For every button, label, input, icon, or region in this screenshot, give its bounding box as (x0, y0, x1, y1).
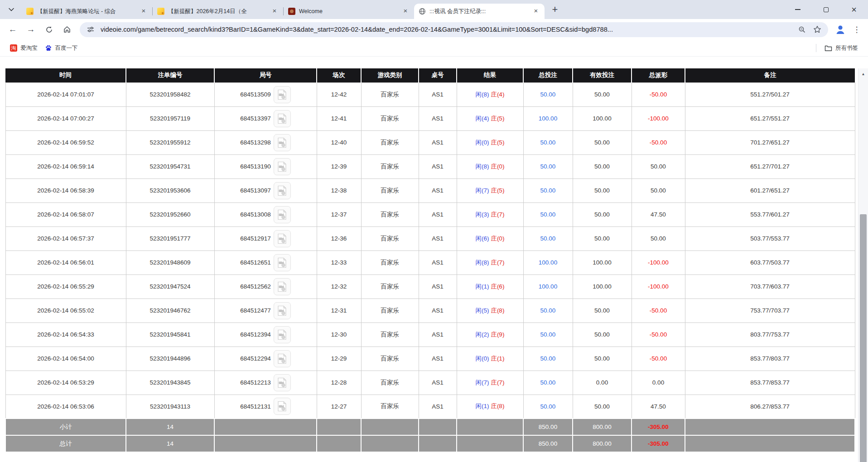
summary-remark (685, 419, 855, 435)
new-tab-button[interactable]: + (548, 3, 562, 16)
zoom-icon[interactable] (796, 24, 807, 35)
address-bar[interactable]: videoie.com/game/betrecord_search/kind3?… (80, 22, 828, 37)
cell-game-type: 百家乐 (361, 178, 419, 202)
cell-table-no: AS1 (419, 250, 457, 274)
url-text[interactable]: videoie.com/game/betrecord_search/kind3?… (101, 26, 792, 33)
all-bookmarks-button[interactable]: 所有书签 (821, 43, 862, 54)
video-replay-button[interactable] (274, 230, 291, 247)
cell-table-no: AS1 (419, 371, 457, 395)
cell-remark: 703.77/603.77 (685, 274, 855, 298)
video-replay-button[interactable] (274, 158, 291, 175)
total-bet-link[interactable]: 50.00 (540, 187, 556, 194)
kebab-menu-icon[interactable]: ⋮ (850, 22, 863, 37)
close-button[interactable]: × (840, 0, 868, 19)
result-banker: 庄(5) (491, 187, 504, 194)
total-bet-link[interactable]: 50.00 (540, 403, 556, 410)
summary-empty (214, 435, 317, 452)
tab-close-icon[interactable]: × (140, 7, 148, 15)
maximize-button[interactable] (812, 0, 840, 19)
tab-forum-2[interactable]: 【新提醒】2026年2月14日（全 × (153, 4, 283, 19)
profile-avatar[interactable] (833, 22, 848, 37)
video-replay-button[interactable] (274, 374, 291, 391)
cell-time: 2026-02-14 06:55:29 (5, 274, 126, 298)
total-bet-link[interactable]: 50.00 (540, 139, 556, 146)
scrollbar-up-arrow[interactable]: ▲ (858, 69, 868, 78)
total-bet-link[interactable]: 50.00 (540, 379, 556, 386)
video-replay-button[interactable] (274, 86, 291, 103)
total-bet-link[interactable]: 50.00 (540, 91, 556, 98)
cell-valid-bet: 50.00 (573, 130, 632, 154)
cell-table-no: AS1 (419, 395, 457, 419)
video-replay-button[interactable] (274, 326, 291, 343)
tab-forum-1[interactable]: 【新提醒】海燕策略论坛 - 综合 × (22, 4, 152, 19)
cell-session: 12-38 (317, 178, 361, 202)
header-session: 场次 (317, 68, 361, 82)
reload-button[interactable] (41, 21, 57, 38)
cell-time: 2026-02-14 06:56:01 (5, 250, 126, 274)
header-payout: 总派彩 (632, 68, 685, 82)
round-number: 684512651 (240, 259, 271, 266)
page-scrollbar[interactable]: ▲ ▼ (858, 68, 868, 462)
home-button[interactable] (59, 21, 75, 38)
total-bet-link[interactable]: 50.00 (540, 331, 556, 338)
cell-total-bet: 50.00 (523, 322, 573, 346)
total-bet-link[interactable]: 50.00 (540, 211, 556, 218)
page-content: 时间 注单编号 局号 场次 游戏类别 桌号 结果 总投注 有效投注 总派彩 备注… (0, 68, 868, 462)
bookmarks-bar: 淘 爱淘宝 百度一下 所有书签 (0, 40, 868, 57)
tab-welcome[interactable]: Welcome × (284, 4, 414, 19)
total-bet-link[interactable]: 100.00 (539, 283, 557, 290)
total-bet-link[interactable]: 100.00 (539, 259, 557, 266)
minimize-button[interactable] (784, 0, 812, 19)
tab-close-icon[interactable]: × (401, 7, 410, 15)
scrollbar-thumb[interactable] (860, 214, 867, 462)
video-replay-button[interactable] (274, 254, 291, 271)
video-replay-button[interactable] (274, 398, 291, 415)
table-header: 时间 注单编号 局号 场次 游戏类别 桌号 结果 总投注 有效投注 总派彩 备注 (5, 68, 855, 82)
site-settings-icon[interactable] (85, 24, 96, 35)
video-replay-button[interactable] (274, 350, 291, 367)
close-icon: × (851, 5, 857, 15)
result-player: 闲(8) (476, 259, 489, 266)
back-button[interactable]: ← (5, 21, 21, 38)
forward-button[interactable]: → (23, 21, 39, 38)
cell-remark: 701.27/651.27 (685, 130, 855, 154)
round-number: 684513397 (240, 115, 271, 122)
video-replay-button[interactable] (274, 182, 291, 199)
total-bet-link[interactable]: 100.00 (539, 115, 557, 122)
all-bookmarks-label: 所有书签 (835, 44, 858, 52)
round-number: 684512477 (240, 307, 271, 314)
tab-close-icon[interactable]: × (270, 7, 279, 15)
bookmark-star-icon[interactable] (812, 24, 823, 35)
summary-empty (457, 435, 523, 452)
cell-total-bet: 100.00 (523, 250, 573, 274)
tab-bet-records-active[interactable]: :::视讯 会员下注纪录::: × (414, 4, 545, 19)
cell-remark: 503.77/553.77 (685, 226, 855, 250)
total-bet-link[interactable]: 50.00 (540, 163, 556, 170)
cell-round-no: 684512213 (214, 371, 317, 395)
result-banker: 庄(7) (491, 211, 504, 218)
bet-row: 2026-02-14 06:59:14523201954731684513190… (5, 154, 855, 178)
video-replay-button[interactable] (274, 110, 291, 127)
video-replay-button[interactable] (274, 134, 291, 151)
cell-table-no: AS1 (419, 178, 457, 202)
cell-bet-no: 523201944896 (126, 346, 214, 371)
tab-close-icon[interactable]: × (532, 7, 540, 15)
tab-search-chevron-icon[interactable] (4, 2, 19, 17)
cell-payout: -50.00 (632, 82, 685, 106)
result-banker: 庄(0) (491, 235, 504, 242)
cell-valid-bet: 0.00 (573, 371, 632, 395)
total-bet-link[interactable]: 50.00 (540, 355, 556, 362)
cell-total-bet: 50.00 (523, 130, 573, 154)
result-player: 闲(5) (476, 307, 489, 314)
total-bet-link[interactable]: 50.00 (540, 307, 556, 314)
cell-remark: 753.77/703.77 (685, 298, 855, 322)
video-replay-button[interactable] (274, 206, 291, 223)
bookmark-taobao[interactable]: 淘 爱淘宝 (6, 43, 41, 54)
bookmark-baidu[interactable]: 百度一下 (41, 43, 82, 54)
cell-table-no: AS1 (419, 106, 457, 130)
video-replay-button[interactable] (274, 302, 291, 319)
total-bet-link[interactable]: 50.00 (540, 235, 556, 242)
cell-time: 2026-02-14 06:54:33 (5, 322, 126, 346)
cell-time: 2026-02-14 06:53:29 (5, 371, 126, 395)
video-replay-button[interactable] (274, 278, 291, 295)
